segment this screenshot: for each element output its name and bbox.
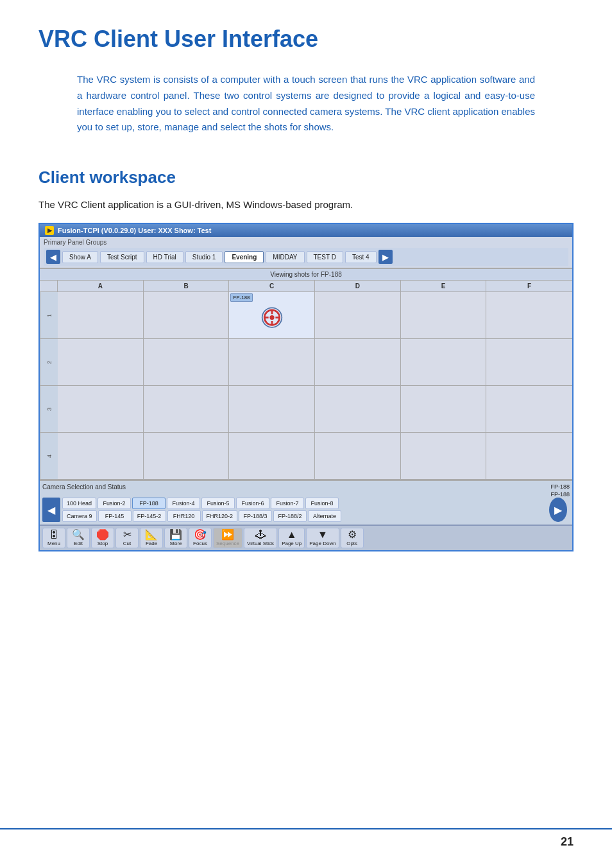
tab-midday[interactable]: MIDDAY — [266, 251, 304, 263]
section-heading: Client workspace — [38, 168, 574, 187]
tool-cut[interactable]: ✂ Cut — [115, 528, 139, 548]
cam-btn-fp188-2[interactable]: FP-188/2 — [273, 510, 307, 522]
grid-cell-1d[interactable] — [315, 292, 401, 338]
page-title: VRC Client User Interface — [38, 26, 574, 53]
grid-cell-2f[interactable] — [486, 339, 572, 385]
shot-badge-fp188: FP-188 — [230, 293, 252, 302]
tool-fade[interactable]: 📐 Fade — [140, 528, 163, 548]
grid-cell-2b[interactable] — [144, 339, 230, 385]
camera-section: Camera Selection and Status FP-188 FP-18… — [40, 480, 572, 525]
tab-show-a[interactable]: Show A — [62, 251, 98, 263]
tool-menu[interactable]: 🎛 Menu — [42, 528, 65, 548]
bottom-rule — [0, 828, 612, 829]
tool-sequence[interactable]: ⏩ Sequence — [213, 528, 242, 548]
tool-edit-label: Edit — [74, 541, 83, 546]
panel-groups-row: Primary Panel Groups ◀ Show A Test Scrip… — [40, 237, 572, 268]
grid-cell-1a[interactable] — [58, 292, 144, 338]
grid-col-f: F — [486, 281, 572, 291]
fp188-label-2: FP-188 — [550, 491, 570, 498]
grid-cell-3a[interactable] — [58, 386, 144, 432]
cam-btn-fusion7[interactable]: Fusion-7 — [271, 498, 304, 509]
camera-row-1: 100 Head Fusion-2 FP-188 Fusion-4 Fusion… — [62, 498, 545, 509]
grid-cell-2c[interactable] — [229, 339, 315, 385]
cam-btn-fusion2[interactable]: Fusion-2 — [98, 498, 131, 509]
cam-btn-fusion5[interactable]: Fusion-5 — [201, 498, 235, 509]
grid-cell-2a[interactable] — [58, 339, 144, 385]
tool-stop[interactable]: 🛑 Stop — [91, 528, 114, 548]
tool-store-label: Store — [169, 541, 182, 546]
tab-studio-1[interactable]: Studio 1 — [185, 251, 223, 263]
cam-btn-fhr120[interactable]: FHR120 — [167, 510, 201, 522]
tool-opts[interactable]: ⚙ Opts — [341, 528, 364, 548]
grid-cell-3f[interactable] — [486, 386, 572, 432]
grid-cell-1f[interactable] — [486, 292, 572, 338]
tool-focus[interactable]: 🎯 Focus — [189, 528, 212, 548]
grid-cell-2e[interactable] — [401, 339, 487, 385]
tab-evening[interactable]: Evening — [225, 251, 264, 263]
cam-btn-fp188-3[interactable]: FP-188/3 — [239, 510, 272, 522]
tab-hd-trial[interactable]: HD Trial — [146, 251, 183, 263]
page-up-icon: ▲ — [287, 530, 297, 540]
cam-btn-camera9[interactable]: Camera 9 — [62, 510, 97, 522]
cam-btn-fusion8[interactable]: Fusion-8 — [305, 498, 339, 509]
cam-btn-fusion6[interactable]: Fusion-6 — [236, 498, 269, 509]
focus-icon: 🎯 — [194, 530, 207, 540]
tool-cut-label: Cut — [123, 541, 131, 546]
edit-icon: 🔍 — [72, 530, 85, 540]
svg-point-6 — [269, 315, 274, 320]
tool-page-up[interactable]: ▲ Page Up — [278, 528, 305, 548]
shot-icon — [260, 306, 284, 329]
grid-rownum-1: 1 — [40, 292, 58, 338]
tool-edit[interactable]: 🔍 Edit — [67, 528, 90, 548]
tab-test-d[interactable]: TEST D — [307, 251, 343, 263]
cut-icon: ✂ — [123, 530, 132, 540]
grid-cell-4b[interactable] — [144, 433, 230, 479]
grid-col-c: C — [229, 281, 315, 291]
cam-btn-fp145[interactable]: FP-145 — [98, 510, 132, 522]
grid-cell-1b[interactable] — [144, 292, 230, 338]
grid-rownum-2: 2 — [40, 339, 58, 385]
grid-cell-4f[interactable] — [486, 433, 572, 479]
vrc-client-window: ▶ Fusion-TCPI (V0.0.29.0) User: XXX Show… — [38, 223, 574, 551]
sequence-icon: ⏩ — [221, 530, 234, 540]
grid-corner — [40, 281, 58, 291]
cam-btn-fhr120-2[interactable]: FHR120-2 — [202, 510, 238, 522]
shot-grid: A B C D E F 1 FP-188 — [40, 281, 572, 480]
tabs-row: ◀ Show A Test Script HD Trial Studio 1 E… — [44, 248, 568, 266]
camera-prev-arrow[interactable]: ◀ — [42, 498, 60, 522]
grid-cell-2d[interactable] — [315, 339, 401, 385]
tool-virtual-stick[interactable]: 🕹 Virtual Stick — [244, 528, 277, 548]
cam-btn-alternate[interactable]: Alternate — [308, 510, 341, 522]
cam-btn-100head[interactable]: 100 Head — [62, 498, 96, 509]
grid-cell-3c[interactable] — [229, 386, 315, 432]
cam-btn-fusion4[interactable]: Fusion-4 — [167, 498, 200, 509]
page-number: 21 — [561, 835, 574, 849]
grid-row-4: 4 — [40, 433, 572, 480]
tab-test-4[interactable]: Test 4 — [345, 251, 377, 263]
grid-cell-1c[interactable]: FP-188 — [229, 292, 315, 338]
grid-cell-4a[interactable] — [58, 433, 144, 479]
grid-cell-3d[interactable] — [315, 386, 401, 432]
tab-prev-arrow[interactable]: ◀ — [46, 250, 60, 264]
grid-row-2: 2 — [40, 339, 572, 386]
tool-page-down[interactable]: ▼ Page Down — [306, 528, 339, 548]
grid-cell-1e[interactable] — [401, 292, 487, 338]
cam-btn-fp188[interactable]: FP-188 — [132, 498, 166, 509]
menu-icon: 🎛 — [49, 530, 59, 540]
tool-virtual-stick-label: Virtual Stick — [247, 541, 274, 546]
grid-cell-3b[interactable] — [144, 386, 230, 432]
tool-store[interactable]: 💾 Store — [164, 528, 187, 548]
grid-cell-4e[interactable] — [401, 433, 487, 479]
grid-cell-4d[interactable] — [315, 433, 401, 479]
stop-icon: 🛑 — [96, 530, 109, 540]
tab-next-arrow[interactable]: ▶ — [378, 250, 393, 264]
cam-btn-fp145-2[interactable]: FP-145-2 — [133, 510, 166, 522]
store-icon: 💾 — [169, 530, 182, 540]
tool-focus-label: Focus — [193, 541, 207, 546]
tool-opts-label: Opts — [346, 541, 357, 546]
camera-next-arrow[interactable]: ▶ — [549, 498, 567, 522]
grid-cell-3e[interactable] — [401, 386, 487, 432]
grid-cell-4c[interactable] — [229, 433, 315, 479]
grid-col-a: A — [58, 281, 144, 291]
tab-test-script[interactable]: Test Script — [100, 251, 144, 263]
